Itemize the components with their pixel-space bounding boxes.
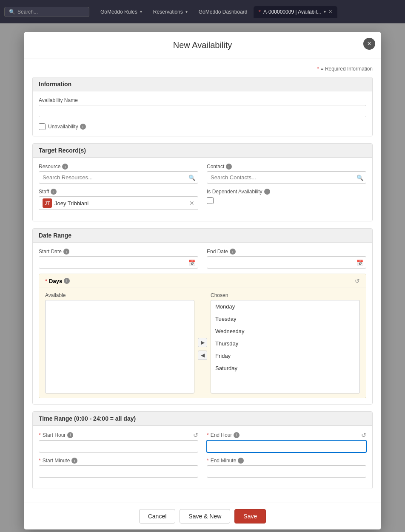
tab-availability[interactable]: * A-000000009 | Availabil... ▾ ✕	[254, 6, 337, 18]
end-minute-input[interactable]: 0	[207, 465, 366, 478]
end-hour-label-row: * End Hour i ↺	[207, 432, 366, 439]
resource-field: Resource i 🔍	[39, 164, 198, 184]
tab-gomeddo-rules[interactable]: GoMeddo Rules ▾	[95, 6, 147, 17]
modal-header: New Availability ×	[24, 32, 381, 59]
contact-field: Contact i 🔍	[207, 164, 366, 184]
tab-reservations-label: Reservations	[153, 9, 183, 15]
resource-search-input[interactable]	[39, 171, 198, 184]
start-date-calendar-icon[interactable]: 📅	[188, 259, 196, 266]
modal-close-button[interactable]: ×	[363, 38, 375, 50]
information-section-body: Availability Name Unavailability i	[33, 91, 372, 136]
unavailability-row: Unavailability i	[39, 123, 366, 130]
end-date-calendar-icon[interactable]: 📅	[357, 259, 364, 266]
start-minute-input[interactable]: 0	[39, 465, 198, 478]
end-date-info-icon[interactable]: i	[230, 249, 236, 255]
end-minute-info-icon[interactable]: i	[238, 458, 244, 464]
end-minute-label-row: * End Minute i	[207, 458, 366, 464]
tab-gomeddo-dashboard-label: GoMeddo Dashboard	[199, 9, 248, 15]
start-hour-reset-icon[interactable]: ↺	[193, 432, 198, 439]
days-info-icon[interactable]: i	[64, 278, 70, 284]
start-date-info-icon[interactable]: i	[63, 249, 69, 255]
end-date-field: End Date i 📅	[207, 249, 366, 269]
resource-search-icon[interactable]: 🔍	[188, 174, 196, 181]
list-item[interactable]: Friday	[211, 350, 359, 362]
is-dependent-field: Is Dependent Availability i	[207, 189, 366, 210]
list-item[interactable]: Saturday	[211, 362, 359, 374]
save-button[interactable]: Save	[234, 509, 266, 524]
available-label: Available	[45, 292, 194, 298]
start-minute-field: * Start Minute i 0	[39, 458, 198, 478]
tab-availability-arrow: ▾	[324, 9, 326, 14]
start-date-wrap: 📅	[39, 256, 198, 269]
cancel-button[interactable]: Cancel	[139, 509, 176, 524]
days-reset-icon[interactable]: ↺	[355, 277, 360, 284]
contact-info-icon[interactable]: i	[226, 164, 232, 170]
start-minute-label: * Start Minute i	[39, 458, 77, 464]
list-item[interactable]: Monday	[211, 300, 359, 313]
chosen-days-listbox[interactable]: Monday Tuesday Wednesday Thursday Friday…	[211, 300, 360, 393]
unavailability-checkbox[interactable]	[39, 123, 46, 130]
days-section-header: * Days i ↺	[39, 274, 366, 288]
target-records-section: Target Record(s) Resource i 🔍	[32, 143, 373, 221]
time-range-body: * Start Hour i ↺ 9	[33, 426, 372, 489]
start-hour-input[interactable]: 9	[39, 440, 198, 453]
date-range-section: Date Range Start Date i 📅	[32, 228, 373, 405]
time-range-section: Time Range (0:00 - 24:00 = all day) * St…	[32, 411, 373, 489]
end-hour-input[interactable]: 18	[207, 440, 366, 453]
browser-bar: 🔍 Search... GoMeddo Rules ▾ Reservations…	[0, 0, 405, 23]
end-hour-reset-icon[interactable]: ↺	[361, 432, 366, 439]
contact-search-input[interactable]	[207, 171, 366, 184]
days-label: * Days i	[45, 278, 70, 284]
resource-search-wrap: 🔍	[39, 171, 198, 184]
unavailability-info-icon[interactable]: i	[80, 124, 86, 130]
resource-contact-group: Resource i 🔍 Contact	[39, 164, 366, 184]
staff-name: Joey Tribbiani	[54, 200, 187, 207]
availability-name-input[interactable]	[39, 105, 366, 117]
tab-gomeddo-rules-label: GoMeddo Rules	[100, 9, 137, 15]
save-new-button[interactable]: Save & New	[180, 509, 230, 524]
available-days-listbox[interactable]	[45, 300, 194, 393]
move-right-button[interactable]: ▶	[198, 338, 207, 347]
tab-close-icon[interactable]: ✕	[328, 9, 332, 14]
is-dependent-checkbox[interactable]	[207, 197, 214, 204]
modal-footer: Cancel Save & New Save	[24, 503, 381, 529]
required-text: = Required Information	[321, 66, 373, 72]
date-range-header: Date Range	[33, 229, 372, 243]
contact-search-icon[interactable]: 🔍	[357, 174, 364, 181]
days-body: Available ▶ ◀	[39, 288, 366, 398]
start-minute-info-icon[interactable]: i	[71, 458, 77, 464]
chosen-days-col: Chosen Monday Tuesday Wednesday Thursday…	[211, 292, 360, 393]
days-dual-list: Available ▶ ◀	[45, 292, 360, 393]
modal-dialog: New Availability × * = Required Informat…	[24, 32, 381, 529]
start-hour-field: * Start Hour i ↺ 9	[39, 432, 198, 453]
start-date-input[interactable]	[39, 256, 198, 269]
staff-remove-icon[interactable]: ✕	[189, 200, 194, 207]
start-hour-info-icon[interactable]: i	[67, 432, 73, 438]
tab-modified-indicator: *	[259, 8, 261, 15]
required-info-note: * = Required Information	[32, 66, 373, 72]
list-item[interactable]: Thursday	[211, 337, 359, 350]
start-hour-label: * Start Hour i	[39, 432, 73, 438]
is-dependent-info-icon[interactable]: i	[264, 189, 270, 195]
move-left-button[interactable]: ◀	[198, 351, 207, 360]
search-placeholder: Search...	[17, 9, 38, 15]
end-hour-info-icon[interactable]: i	[234, 432, 240, 438]
end-date-label: End Date i	[207, 249, 366, 255]
tab-reservations[interactable]: Reservations ▾	[148, 6, 193, 17]
start-hour-label-row: * Start Hour i ↺	[39, 432, 198, 439]
tab-gomeddo-rules-arrow: ▾	[140, 9, 142, 14]
time-range-header: Time Range (0:00 - 24:00 = all day)	[33, 412, 372, 426]
tab-gomeddo-dashboard[interactable]: GoMeddo Dashboard	[194, 6, 253, 17]
contact-search-wrap: 🔍	[207, 171, 366, 184]
staff-info-icon[interactable]: i	[51, 189, 57, 195]
resource-info-icon[interactable]: i	[62, 164, 68, 170]
modal-overlay: New Availability × * = Required Informat…	[0, 23, 405, 532]
list-item[interactable]: Wednesday	[211, 325, 359, 337]
start-end-minute-group: * Start Minute i 0 *	[39, 458, 366, 478]
search-bar[interactable]: 🔍 Search...	[4, 7, 89, 17]
modal-body: * = Required Information Information Ava…	[24, 59, 381, 503]
target-records-body: Resource i 🔍 Contact	[33, 158, 372, 221]
is-dependent-label: Is Dependent Availability i	[207, 189, 366, 195]
list-item[interactable]: Tuesday	[211, 313, 359, 325]
end-date-input[interactable]	[207, 256, 366, 269]
